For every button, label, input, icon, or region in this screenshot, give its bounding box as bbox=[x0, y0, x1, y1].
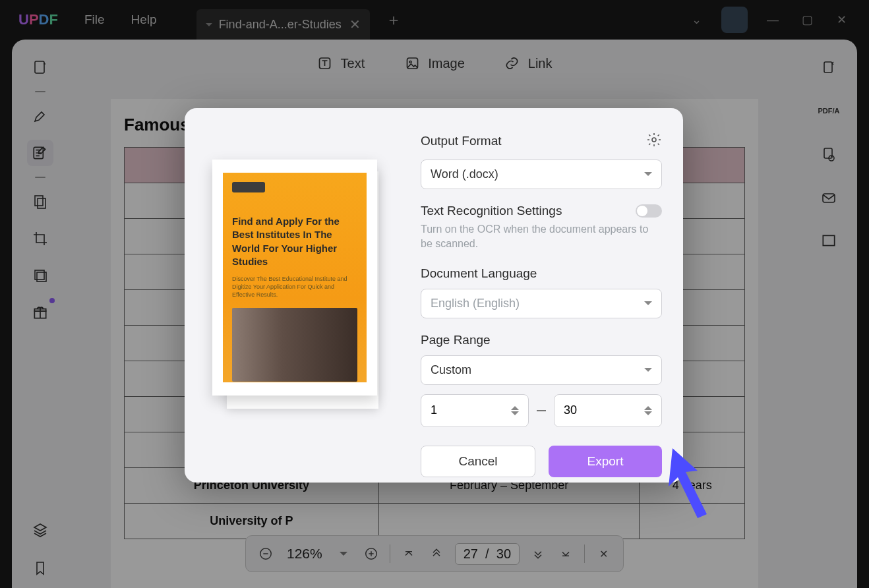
range-select[interactable]: Custom bbox=[421, 355, 662, 385]
lang-value: English (English) bbox=[431, 297, 520, 310]
output-format-value: Word (.docx) bbox=[431, 167, 498, 181]
export-button[interactable]: Export bbox=[549, 446, 662, 477]
output-format-label: Output Format bbox=[421, 134, 502, 148]
range-to-input[interactable]: 30 bbox=[554, 394, 662, 427]
range-dash bbox=[537, 410, 546, 411]
stepper-up-icon[interactable] bbox=[511, 402, 519, 410]
annotation-arrow-icon bbox=[666, 448, 719, 521]
preview-title: Find and Apply For the Best Institutes I… bbox=[232, 215, 357, 268]
lang-select[interactable]: English (English) bbox=[421, 289, 662, 318]
ocr-label: Text Recognition Settings bbox=[421, 204, 562, 218]
cancel-button[interactable]: Cancel bbox=[421, 446, 535, 477]
preview-image bbox=[232, 308, 357, 382]
range-to-value: 30 bbox=[564, 403, 577, 417]
preview-subtitle: Discover The Best Educational Institute … bbox=[232, 275, 357, 299]
stepper-down-icon[interactable] bbox=[511, 411, 519, 419]
ocr-help-text: Turn on the OCR when the document appear… bbox=[421, 222, 662, 252]
range-label: Page Range bbox=[421, 333, 662, 347]
range-value: Custom bbox=[431, 363, 471, 377]
output-settings-button[interactable] bbox=[646, 132, 662, 150]
svg-point-17 bbox=[652, 138, 656, 142]
range-from-value: 1 bbox=[431, 403, 437, 417]
chevron-down-icon bbox=[644, 301, 652, 309]
export-modal: Find and Apply For the Best Institutes I… bbox=[185, 108, 683, 483]
lang-label: Document Language bbox=[421, 266, 662, 281]
chevron-down-icon bbox=[644, 172, 652, 180]
stepper-down-icon[interactable] bbox=[644, 411, 652, 419]
chevron-down-icon bbox=[644, 368, 652, 376]
range-from-input[interactable]: 1 bbox=[421, 394, 529, 427]
ocr-toggle[interactable] bbox=[636, 204, 662, 218]
export-preview: Find and Apply For the Best Institutes I… bbox=[208, 160, 382, 410]
output-format-select[interactable]: Word (.docx) bbox=[421, 160, 662, 189]
stepper-up-icon[interactable] bbox=[644, 402, 652, 410]
preview-logo bbox=[232, 182, 265, 192]
